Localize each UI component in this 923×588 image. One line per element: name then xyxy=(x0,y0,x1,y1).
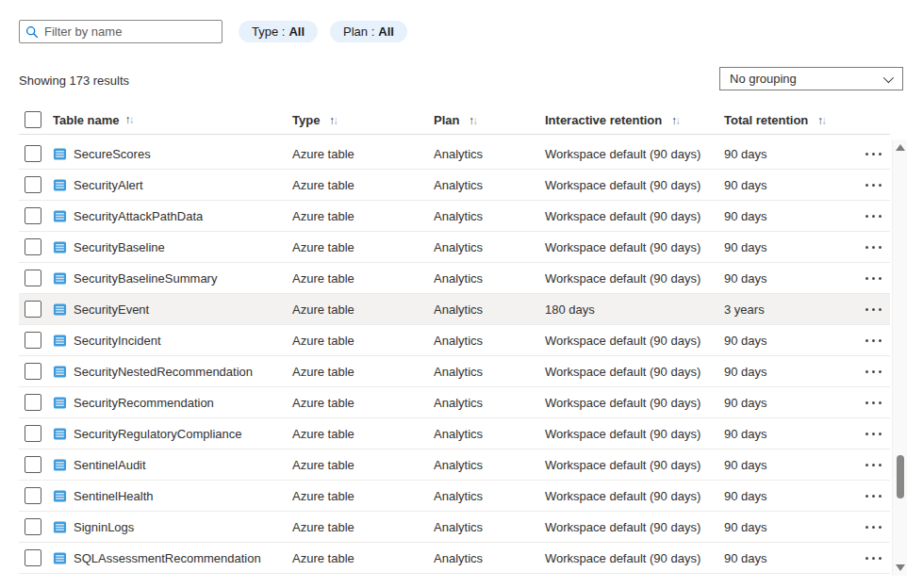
table-name-cell: SecurityRegulatoryCompliance xyxy=(53,427,292,441)
type-cell: Azure table xyxy=(292,209,434,223)
scrollbar-track[interactable] xyxy=(892,139,907,576)
row-checkbox[interactable] xyxy=(25,518,41,535)
more-horizontal-icon[interactable] xyxy=(862,273,885,284)
log-analytics-tables-page: Type : All Plan : All Showing 173 result… xyxy=(0,0,923,588)
table-name-link[interactable]: SecurityAttackPathData xyxy=(74,209,203,223)
table-icon xyxy=(53,396,67,410)
table-row[interactable]: SigninLogs Azure table Analytics Workspa… xyxy=(19,512,890,543)
row-checkbox[interactable] xyxy=(25,363,41,380)
table-icon xyxy=(53,489,67,503)
table-name-link[interactable]: SecurityRegulatoryCompliance xyxy=(74,427,241,441)
column-header-interactive-retention[interactable]: Interactive retention ↑↓ xyxy=(545,113,724,127)
grouping-dropdown[interactable]: No grouping xyxy=(719,67,903,90)
more-horizontal-icon[interactable] xyxy=(862,429,885,439)
table-row[interactable]: SecurityAlert Azure table Analytics Work… xyxy=(19,170,890,201)
table-row[interactable]: SecurityEvent Azure table Analytics 180 … xyxy=(19,294,890,325)
table-row[interactable]: SecurityBaseline Azure table Analytics W… xyxy=(19,232,890,263)
table-row[interactable]: SecurityRegulatoryCompliance Azure table… xyxy=(19,418,890,449)
row-check-cell xyxy=(25,456,53,473)
row-checkbox[interactable] xyxy=(25,456,41,473)
plan-cell: Analytics xyxy=(434,396,545,410)
type-cell: Azure table xyxy=(292,334,434,348)
scroll-down-button[interactable] xyxy=(896,564,905,571)
table-name-cell: SecurityBaselineSummary xyxy=(53,271,292,286)
table-name-link[interactable]: SecurityAlert xyxy=(74,178,143,192)
table-name-link[interactable]: SigninLogs xyxy=(74,520,134,534)
table-name-link[interactable]: SecurityRecommendation xyxy=(74,396,214,410)
table-row[interactable]: SQLAssessmentRecommendation Azure table … xyxy=(19,543,890,574)
table-row[interactable]: SentinelAudit Azure table Analytics Work… xyxy=(19,449,890,481)
select-all-checkbox[interactable] xyxy=(25,111,41,128)
table-name-cell: SigninLogs xyxy=(53,520,292,534)
actions-cell xyxy=(856,367,890,377)
table-name-link[interactable]: SentinelAudit xyxy=(74,458,146,472)
table-row[interactable]: SecureScores Azure table Analytics Works… xyxy=(19,139,890,170)
row-checkbox[interactable] xyxy=(25,270,41,286)
row-checkbox[interactable] xyxy=(25,332,41,349)
table-name-link[interactable]: SQLAssessmentRecommendation xyxy=(74,551,261,565)
table-name-link[interactable]: SecurityNestedRecommendation xyxy=(74,365,253,379)
column-header-total-retention[interactable]: Total retention ↑↓ xyxy=(724,113,856,127)
row-checkbox[interactable] xyxy=(25,425,41,442)
row-check-cell xyxy=(25,145,53,162)
more-horizontal-icon[interactable] xyxy=(862,491,885,501)
more-horizontal-icon[interactable] xyxy=(862,367,885,377)
row-checkbox[interactable] xyxy=(25,549,41,566)
more-horizontal-icon[interactable] xyxy=(862,180,885,190)
column-header-plan[interactable]: Plan ↑↓ xyxy=(434,113,545,127)
plan-cell: Analytics xyxy=(434,551,545,565)
type-cell: Azure table xyxy=(292,147,434,161)
more-horizontal-icon[interactable] xyxy=(862,553,885,564)
more-horizontal-icon[interactable] xyxy=(862,304,885,315)
more-horizontal-icon[interactable] xyxy=(862,242,885,253)
table-row[interactable]: SecurityAttackPathData Azure table Analy… xyxy=(19,201,890,232)
table-row[interactable]: SentinelHealth Azure table Analytics Wor… xyxy=(19,481,890,512)
more-horizontal-icon[interactable] xyxy=(862,211,885,221)
type-cell: Azure table xyxy=(292,396,434,410)
row-checkbox[interactable] xyxy=(25,176,41,193)
scrollbar-thumb[interactable] xyxy=(897,455,904,498)
table-name-cell: SecurityRecommendation xyxy=(53,396,292,410)
interactive-retention-cell: Workspace default (90 days) xyxy=(545,520,724,534)
sort-icon: ↑↓ xyxy=(125,113,135,126)
table-row[interactable]: SecurityRecommendation Azure table Analy… xyxy=(19,387,890,418)
filter-input[interactable] xyxy=(44,24,216,39)
table-name-link[interactable]: SecurityIncident xyxy=(74,334,161,348)
total-retention-cell: 90 days xyxy=(724,209,856,223)
table-row[interactable]: SecurityBaselineSummary Azure table Anal… xyxy=(19,263,890,294)
column-header-table-name[interactable]: Table name ↑↓ xyxy=(53,113,292,127)
table-name-cell: SecureScores xyxy=(53,147,292,161)
type-cell: Azure table xyxy=(292,458,434,472)
table-name-link[interactable]: SecurityEvent xyxy=(74,302,149,317)
more-horizontal-icon[interactable] xyxy=(862,398,885,408)
actions-cell xyxy=(856,180,890,190)
more-horizontal-icon[interactable] xyxy=(862,522,885,532)
type-filter-pill[interactable]: Type : All xyxy=(239,21,318,42)
table-row[interactable]: SecurityNestedRecommendation Azure table… xyxy=(19,356,890,387)
actions-cell xyxy=(856,398,890,408)
plan-cell: Analytics xyxy=(434,334,545,348)
row-checkbox[interactable] xyxy=(25,394,41,411)
total-retention-cell: 90 days xyxy=(724,147,856,161)
row-checkbox[interactable] xyxy=(25,207,41,224)
table-name-link[interactable]: SentinelHealth xyxy=(74,489,154,503)
row-check-cell xyxy=(25,363,53,380)
more-horizontal-icon[interactable] xyxy=(862,335,885,346)
type-cell: Azure table xyxy=(292,427,434,441)
row-checkbox[interactable] xyxy=(25,238,41,255)
table-name-link[interactable]: SecurityBaselineSummary xyxy=(74,271,217,286)
more-horizontal-icon[interactable] xyxy=(862,460,885,470)
more-horizontal-icon[interactable] xyxy=(862,149,885,159)
plan-filter-pill[interactable]: Plan : All xyxy=(330,21,407,42)
row-check-cell xyxy=(25,176,53,193)
row-checkbox[interactable] xyxy=(25,487,41,504)
plan-cell: Analytics xyxy=(434,302,545,317)
results-count: Showing 173 results xyxy=(19,74,129,88)
table-name-link[interactable]: SecurityBaseline xyxy=(74,240,165,254)
row-checkbox[interactable] xyxy=(25,301,41,318)
scroll-up-button[interactable] xyxy=(896,144,905,151)
table-row[interactable]: SecurityIncident Azure table Analytics W… xyxy=(19,325,890,356)
column-header-type[interactable]: Type ↑↓ xyxy=(292,113,434,127)
table-name-link[interactable]: SecureScores xyxy=(74,147,151,161)
row-checkbox[interactable] xyxy=(25,145,41,162)
